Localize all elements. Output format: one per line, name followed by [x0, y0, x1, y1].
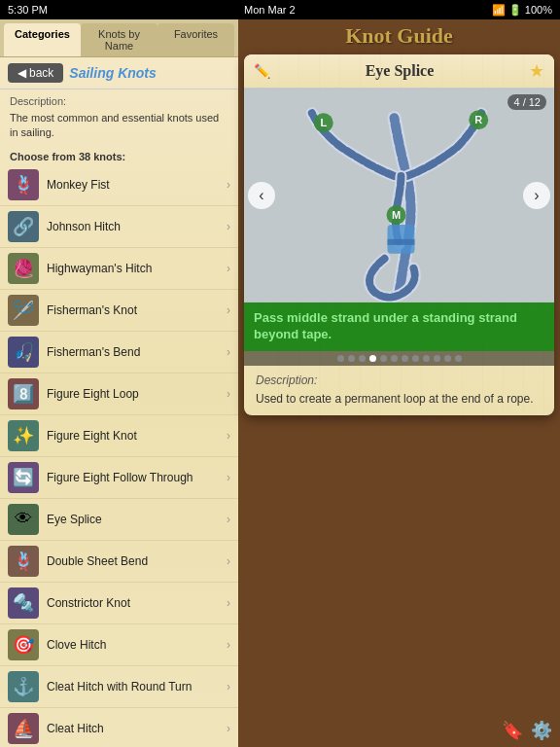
description-section: Description: The most common and essenti… [0, 89, 238, 147]
image-dot[interactable] [434, 355, 440, 362]
tab-knots-by-name[interactable]: Knots by Name [81, 23, 158, 56]
image-dot[interactable] [337, 355, 344, 362]
knot-name: Cleat Hitch [47, 722, 227, 735]
image-dots [244, 351, 554, 366]
knot-name: Clove Hitch [47, 638, 227, 652]
knot-icon: 🪡 [8, 295, 39, 326]
knot-count: Choose from 38 knots: [0, 147, 238, 164]
knot-name: Fisherman's Bend [47, 345, 227, 359]
knot-list-item[interactable]: ✨Figure Eight Knot› [0, 415, 238, 457]
chevron-right-icon: › [227, 680, 230, 694]
next-arrow-icon: › [534, 187, 539, 204]
tab-categories[interactable]: Categories [4, 23, 81, 56]
status-time: 5:30 PM [8, 4, 48, 16]
knot-list-item[interactable]: 🔄Figure Eight Follow Through› [0, 457, 238, 499]
chevron-right-icon: › [227, 429, 230, 443]
knot-list-item[interactable]: 👁Eye Splice› [0, 499, 238, 541]
knot-list-item[interactable]: 🪡Fisherman's Knot› [0, 290, 238, 332]
chevron-right-icon: › [227, 638, 230, 652]
knot-icon: 🎯 [8, 629, 39, 660]
card-header: ✏️ Eye Splice ★ [244, 54, 554, 89]
caption-bar: Pass middle strand under a standing stra… [244, 302, 554, 351]
chevron-right-icon: › [227, 262, 230, 275]
knot-image-svg: L R M [244, 89, 554, 302]
knot-list-item[interactable]: 🎣Fisherman's Bend› [0, 332, 238, 374]
chevron-right-icon: › [227, 345, 230, 359]
bookmark-icon[interactable]: 🔖 [502, 720, 523, 741]
chevron-right-icon: › [227, 387, 230, 401]
knot-icon: 🎣 [8, 337, 39, 368]
knot-list-item[interactable]: 🔩Constrictor Knot› [0, 583, 238, 624]
status-icons: 📶 🔋 100% [492, 4, 552, 17]
knot-icon: 👁 [8, 504, 39, 535]
knot-icon: 8️⃣ [8, 378, 39, 409]
knot-list-item[interactable]: ⛵Cleat Hitch› [0, 708, 238, 747]
prev-image-button[interactable]: ‹ [248, 182, 275, 209]
bottom-bar: 🔖 ⚙️ [502, 720, 552, 741]
detail-description-text: Used to create a permanent loop at the e… [256, 391, 542, 408]
knot-name: Johnson Hitch [47, 220, 227, 233]
settings-icon[interactable]: ⚙️ [531, 720, 552, 741]
knot-list: 🪢Monkey Fist›🔗Johnson Hitch›🧶Highwayman'… [0, 164, 238, 747]
knot-list-item[interactable]: 🧶Highwayman's Hitch› [0, 248, 238, 290]
image-dot[interactable] [359, 355, 366, 362]
knot-name: Highwayman's Hitch [47, 262, 227, 275]
chevron-right-icon: › [227, 596, 230, 610]
image-dot[interactable] [423, 355, 430, 362]
knot-icon: 🪢 [8, 169, 39, 200]
image-dot[interactable] [369, 355, 376, 362]
right-panel: Knot Guide ✏️ Eye Splice ★ [238, 19, 560, 747]
image-dot[interactable] [455, 355, 462, 362]
knot-icon: 🔩 [8, 587, 39, 619]
knot-icon: ⛵ [8, 713, 39, 744]
image-dot[interactable] [444, 355, 451, 362]
knot-name: Cleat Hitch with Round Turn [47, 680, 227, 694]
knot-icon: ⚓ [8, 671, 39, 702]
description-text: The most common and essential knots used… [10, 111, 228, 141]
favorite-star-icon[interactable]: ★ [529, 60, 544, 82]
knot-list-item[interactable]: 🪢Monkey Fist› [0, 164, 238, 206]
knot-icon: 🔄 [8, 462, 39, 493]
edit-icon[interactable]: ✏️ [254, 63, 270, 79]
caption-text: Pass middle strand under a standing stra… [254, 310, 517, 341]
knot-name: Double Sheet Bend [47, 554, 227, 568]
status-bar: 5:30 PM Mon Mar 2 📶 🔋 100% [0, 0, 560, 19]
back-row: ◀ back Sailing Knots [0, 57, 238, 89]
image-dot[interactable] [402, 355, 408, 362]
image-dot[interactable] [391, 355, 398, 362]
app-container: Categories Knots by Name Favorites ◀ bac… [0, 19, 560, 747]
detail-card: ✏️ Eye Splice ★ [244, 54, 554, 415]
knot-list-item[interactable]: 🪢Double Sheet Bend› [0, 541, 238, 583]
chevron-right-icon: › [227, 471, 230, 484]
knot-list-item[interactable]: 🔗Johnson Hitch› [0, 206, 238, 248]
tab-favorites[interactable]: Favorites [158, 23, 234, 56]
left-panel: Categories Knots by Name Favorites ◀ bac… [0, 19, 238, 747]
knot-name: Figure Eight Loop [47, 387, 227, 401]
knot-detail-title: Eye Splice [270, 62, 529, 80]
knot-name: Fisherman's Knot [47, 303, 227, 317]
description-label: Description: [10, 95, 228, 107]
knot-list-item[interactable]: 🎯Clove Hitch› [0, 624, 238, 666]
prev-arrow-icon: ‹ [259, 187, 263, 204]
image-dot[interactable] [412, 355, 419, 362]
knot-icon: 🪢 [8, 546, 39, 577]
chevron-right-icon: › [227, 220, 230, 233]
svg-text:M: M [392, 209, 401, 221]
detail-description: Description: Used to create a permanent … [244, 366, 554, 415]
image-dot[interactable] [348, 355, 355, 362]
knot-icon: 🔗 [8, 211, 39, 242]
image-dot[interactable] [380, 355, 387, 362]
knot-image-container: L R M [244, 89, 554, 302]
knot-list-item[interactable]: ⚓Cleat Hitch with Round Turn› [0, 666, 238, 708]
chevron-right-icon: › [227, 554, 230, 568]
back-button[interactable]: ◀ back [8, 63, 63, 83]
svg-rect-9 [388, 239, 415, 245]
chevron-right-icon: › [227, 303, 230, 317]
image-counter: 4 / 12 [508, 94, 546, 110]
svg-text:L: L [320, 117, 327, 128]
chevron-right-icon: › [227, 513, 230, 526]
svg-text:R: R [474, 114, 482, 125]
knot-list-item[interactable]: 8️⃣Figure Eight Loop› [0, 374, 238, 415]
chevron-right-icon: › [227, 722, 230, 735]
next-image-button[interactable]: › [523, 182, 550, 209]
